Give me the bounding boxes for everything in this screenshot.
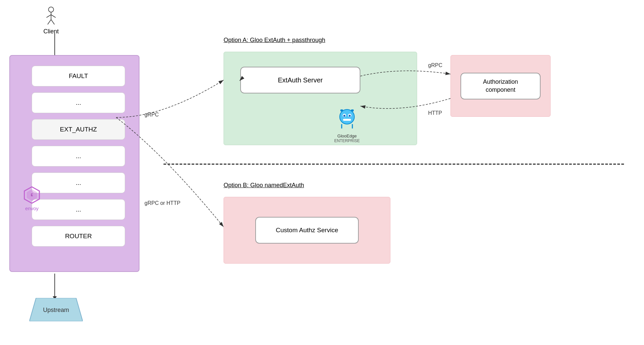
svg-line-5	[51, 20, 54, 25]
dashed-divider	[164, 163, 624, 165]
svg-point-11	[340, 109, 354, 124]
filter-dots1: ...	[32, 92, 125, 113]
auth-component-inner: Authorizationcomponent	[460, 73, 541, 99]
envoy-box: FAULT ... EXT_AUTHZ ... ... ... ROUTER E	[9, 55, 139, 272]
filter-router: ROUTER	[32, 226, 125, 247]
envoy-logo: E envoy	[23, 186, 41, 211]
extauth-server-box: ExtAuth Server	[240, 67, 360, 93]
svg-text:E: E	[31, 193, 33, 197]
client-stick-figure	[44, 7, 58, 27]
option-a-label: Option A: Gloo ExtAuth + passthrough	[224, 37, 325, 44]
http-label: HTTP	[428, 110, 442, 116]
extauth-green-box	[224, 52, 417, 145]
filter-extauthz: EXT_AUTHZ	[32, 119, 125, 140]
envoy-label: envoy	[25, 206, 38, 211]
custom-authz-inner: Custom Authz Service	[255, 217, 359, 244]
filter-fault: FAULT	[32, 66, 125, 86]
upstream-shape: Upstream	[29, 298, 83, 321]
svg-line-3	[51, 15, 56, 18]
client-down-arrow	[54, 33, 55, 57]
auth-component-text: Authorizationcomponent	[483, 78, 518, 94]
client-figure: Client	[43, 7, 59, 35]
grpc-or-http-label: gRPC or HTTP	[144, 200, 181, 206]
grpc-label-1: gRPC	[144, 112, 159, 118]
svg-line-2	[46, 15, 51, 18]
client-label: Client	[43, 28, 59, 35]
envoy-icon: E	[23, 186, 41, 204]
svg-point-0	[48, 7, 53, 12]
auth-component-box: Authorizationcomponent	[450, 55, 551, 117]
svg-line-4	[48, 20, 51, 25]
envoy-down-arrow	[54, 274, 55, 297]
filter-dots2: ...	[32, 146, 125, 166]
svg-point-15	[349, 115, 351, 117]
svg-text:Upstream: Upstream	[43, 307, 69, 313]
filter-dots4: ...	[32, 199, 125, 220]
svg-rect-18	[351, 109, 354, 111]
diagram-container: Client FAULT ... EXT_AUTHZ ... ... ... R…	[0, 0, 644, 345]
svg-point-14	[343, 115, 345, 117]
filter-dots3: ...	[32, 172, 125, 193]
gloo-edge-icon	[334, 107, 360, 133]
grpc-label-2: gRPC	[428, 62, 442, 68]
svg-rect-16	[343, 119, 351, 121]
option-b-label: Option B: Gloo namedExtAuth	[224, 182, 304, 189]
gloo-logo-area: GlooEdge ENTERPRISE	[334, 107, 360, 143]
svg-rect-17	[340, 109, 343, 111]
custom-authz-outer: Custom Authz Service	[224, 197, 390, 264]
